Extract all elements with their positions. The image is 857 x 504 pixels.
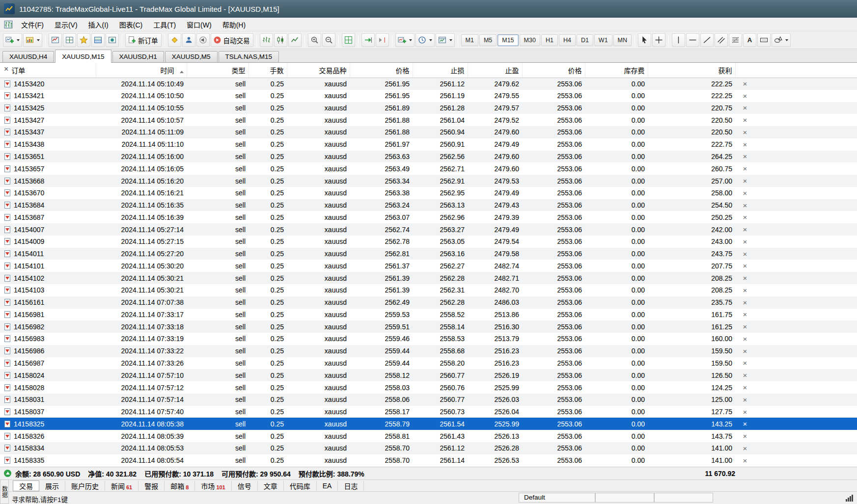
close-order-icon[interactable]: ×: [743, 250, 747, 258]
terminal-tab[interactable]: 新闻61: [105, 481, 138, 491]
close-order-icon[interactable]: ×: [743, 359, 747, 367]
fibonacci-tool-button[interactable]: [729, 33, 742, 47]
order-row[interactable]: 141569872024.11.14 07:33:26sell0.25xauus…: [0, 357, 857, 370]
community-button[interactable]: [182, 33, 195, 47]
order-row[interactable]: 141540112024.11.14 05:27:20sell0.25xauus…: [0, 248, 857, 260]
terminal-tab[interactable]: 警报: [138, 481, 165, 491]
close-order-icon[interactable]: ×: [743, 310, 747, 318]
close-order-icon[interactable]: ×: [743, 408, 747, 416]
strategy-tester-button[interactable]: [106, 33, 119, 47]
timeframe-w1[interactable]: W1: [594, 34, 612, 46]
close-order-icon[interactable]: ×: [743, 213, 747, 221]
menu-item[interactable]: 帮助(H): [217, 18, 251, 31]
order-row[interactable]: 141541022024.11.14 05:30:21sell0.25xauus…: [0, 272, 857, 284]
trendline-tool-button[interactable]: [700, 33, 714, 47]
close-order-icon[interactable]: ×: [743, 104, 747, 112]
vertical-line-tool-button[interactable]: [672, 33, 685, 47]
column-header-time[interactable]: 时间: [96, 63, 187, 78]
cursor-tool-button[interactable]: [638, 33, 651, 47]
order-row[interactable]: 141536572024.11.14 05:16:05sell0.25xauus…: [0, 162, 857, 175]
timeframe-d1[interactable]: D1: [577, 34, 593, 46]
order-row[interactable]: 141569862024.11.14 07:33:22sell0.25xauus…: [0, 345, 857, 357]
order-row[interactable]: 141536682024.11.14 05:16:20sell0.25xauus…: [0, 175, 857, 187]
column-header-symbol[interactable]: 交易品种: [287, 63, 350, 78]
order-row[interactable]: 141534382024.11.14 05:11:10sell0.25xauus…: [0, 138, 857, 151]
chart-shift-button[interactable]: [376, 33, 389, 47]
templates-button[interactable]: [436, 33, 455, 47]
close-order-icon[interactable]: ×: [743, 396, 747, 404]
close-order-icon[interactable]: ×: [743, 201, 747, 210]
terminal-tab[interactable]: 文章: [258, 481, 284, 491]
order-row[interactable]: 141541032024.11.14 05:30:21sell0.25xauus…: [0, 284, 857, 296]
timeframe-m5[interactable]: M5: [479, 34, 497, 46]
profiles-button[interactable]: [23, 33, 42, 47]
order-row[interactable]: 141536872024.11.14 05:16:39sell0.25xauus…: [0, 211, 857, 223]
terminal-tab[interactable]: 信号: [232, 481, 258, 491]
close-order-icon[interactable]: ×: [743, 164, 747, 173]
close-order-icon[interactable]: ×: [743, 177, 747, 185]
order-row[interactable]: 141534372024.11.14 05:11:09sell0.25xauus…: [0, 126, 857, 138]
close-order-icon[interactable]: ×: [743, 444, 747, 452]
close-order-icon[interactable]: ×: [743, 456, 747, 465]
tile-windows-button[interactable]: [342, 33, 355, 47]
order-row[interactable]: 141580242024.11.14 07:57:10sell0.25xauus…: [0, 369, 857, 381]
order-row[interactable]: 141583262024.11.14 08:05:39sell0.25xauus…: [0, 430, 857, 442]
horizontal-line-tool-button[interactable]: [686, 33, 699, 47]
order-row[interactable]: 141534202024.11.14 05:10:49sell0.25xauus…: [0, 78, 857, 90]
menu-item[interactable]: 文件(F): [16, 18, 49, 31]
order-row[interactable]: 141536842024.11.14 05:16:35sell0.25xauus…: [0, 199, 857, 212]
close-order-icon[interactable]: ×: [743, 225, 747, 234]
order-row[interactable]: 141536702024.11.14 05:16:21sell0.25xauus…: [0, 187, 857, 199]
close-order-icon[interactable]: ×: [743, 128, 747, 136]
candlestick-chart-button[interactable]: [274, 33, 287, 47]
column-header-open-price[interactable]: 价格: [350, 63, 413, 78]
menu-item[interactable]: 显示(V): [49, 18, 83, 31]
terminal-button[interactable]: [91, 33, 105, 47]
order-row[interactable]: 141583352024.11.14 08:05:54sell0.25xauus…: [0, 454, 857, 467]
auto-scroll-button[interactable]: [361, 33, 375, 47]
chart-tab[interactable]: XAUUSD,H1: [112, 51, 164, 62]
close-order-icon[interactable]: ×: [743, 347, 747, 355]
chart-tab[interactable]: XAUUSD,M5: [165, 51, 218, 62]
terminal-tab[interactable]: 账户历史: [65, 481, 105, 491]
text-tool-button[interactable]: A: [743, 33, 756, 47]
terminal-tab[interactable]: EA: [317, 481, 338, 491]
order-row[interactable]: 141536512024.11.14 05:16:00sell0.25xauus…: [0, 151, 857, 163]
order-row[interactable]: 141561612024.11.14 07:07:38sell0.25xauus…: [0, 296, 857, 309]
terminal-tab[interactable]: 展示: [39, 481, 65, 491]
new-chart-button[interactable]: [3, 33, 22, 47]
order-row[interactable]: 141540092024.11.14 05:27:15sell0.25xauus…: [0, 236, 857, 248]
periods-button[interactable]: [415, 33, 435, 47]
metaeditor-button[interactable]: [168, 33, 181, 47]
close-order-icon[interactable]: ×: [743, 432, 747, 440]
column-header-stop-loss[interactable]: 止损: [413, 63, 468, 78]
close-order-icon[interactable]: ×: [743, 383, 747, 392]
sounds-button[interactable]: [196, 33, 210, 47]
timeframe-m15[interactable]: M15: [498, 34, 518, 46]
channel-tool-button[interactable]: [715, 33, 728, 47]
terminal-tab[interactable]: 日志: [338, 481, 364, 491]
chart-tab[interactable]: TSLA.NAS,M15: [219, 51, 279, 62]
order-row[interactable]: 141583252024.11.14 08:05:38sell0.25xauus…: [0, 418, 857, 430]
bar-chart-button[interactable]: [260, 33, 273, 47]
zoom-out-button[interactable]: [322, 33, 335, 47]
terminal-tab[interactable]: 代码库: [284, 481, 317, 491]
close-order-icon[interactable]: ×: [743, 238, 747, 246]
column-header-profit[interactable]: 获利: [648, 63, 735, 78]
order-row[interactable]: 141580312024.11.14 07:57:14sell0.25xauus…: [0, 394, 857, 406]
menu-item[interactable]: 窗口(W): [181, 18, 217, 31]
close-order-icon[interactable]: ×: [743, 420, 747, 428]
navigator-button[interactable]: [77, 33, 90, 47]
column-header-lots[interactable]: 手数: [249, 63, 287, 78]
close-order-icon[interactable]: ×: [743, 92, 747, 100]
terminal-tab[interactable]: 邮箱8: [165, 481, 195, 491]
close-order-icon[interactable]: ×: [743, 274, 747, 282]
close-order-icon[interactable]: ×: [743, 286, 747, 294]
terminal-tab[interactable]: 交易: [13, 480, 39, 491]
column-header-order[interactable]: × 订单: [0, 63, 96, 78]
crosshair-tool-button[interactable]: [652, 33, 665, 47]
order-row[interactable]: 141569832024.11.14 07:33:19sell0.25xauus…: [0, 333, 857, 345]
column-header-swap[interactable]: 库存费: [585, 63, 648, 78]
timeframe-m1[interactable]: M1: [461, 34, 478, 46]
chart-tab[interactable]: XAUUSD,H4: [2, 51, 54, 62]
